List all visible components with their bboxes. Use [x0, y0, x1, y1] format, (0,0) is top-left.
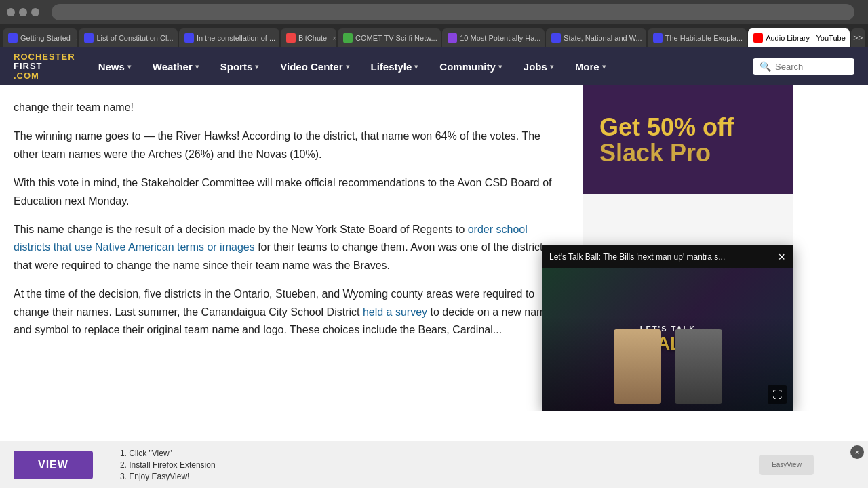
- article-paragraph-1: The winning name goes to — the River Haw…: [14, 127, 563, 163]
- tab-10most[interactable]: 10 Most Potentially Ha... ×: [442, 28, 545, 47]
- address-bar[interactable]: [52, 4, 854, 20]
- nav-arrow-more: ▾: [602, 63, 606, 70]
- tab-constellation[interactable]: In the constellation of ... ×: [179, 28, 279, 47]
- article-link-native-american[interactable]: order school districts that use Native A…: [14, 224, 528, 253]
- tab-bar: Getting Started × List of Constitution C…: [0, 24, 868, 47]
- article-paragraph-4: At the time of the decision, five distri…: [14, 285, 563, 339]
- search-icon: 🔍: [760, 61, 771, 72]
- video-close-button[interactable]: ×: [776, 251, 787, 263]
- nav-arrow-video-center: ▾: [346, 63, 349, 70]
- tab-label-bitchute: BitChute: [298, 34, 327, 42]
- close-window-btn[interactable]: [7, 8, 15, 16]
- logo-text: ROCHESTER FIRST .COM: [14, 52, 75, 81]
- video-hosts: [542, 316, 793, 411]
- ad-line2: Slack Pro: [599, 141, 711, 165]
- tab-bitchute[interactable]: BitChute ×: [281, 28, 336, 47]
- nav-item-news[interactable]: News ▾: [89, 57, 140, 77]
- host-left-figure: [614, 329, 661, 404]
- nav-item-video-center[interactable]: Video Center ▾: [271, 57, 358, 77]
- video-thumbnail[interactable]: LET'S TALK BALL ⛶: [542, 268, 793, 411]
- nav-arrow-sports: ▾: [255, 63, 258, 70]
- article-body: change their team name! The winning name…: [0, 85, 583, 411]
- video-expand-button[interactable]: ⛶: [768, 385, 787, 404]
- nav-arrow-jobs: ▾: [550, 63, 553, 70]
- nav-label-weather: Weather: [153, 61, 193, 73]
- tab-label-10most: 10 Most Potentially Ha...: [460, 34, 540, 42]
- tab-getting-started[interactable]: Getting Started ×: [3, 28, 77, 47]
- search-input[interactable]: [775, 62, 848, 72]
- nav-label-more: More: [575, 61, 599, 73]
- tab-favicon-10most: [448, 33, 457, 43]
- article-paragraph-0: change their team name!: [14, 99, 563, 117]
- main-content: change their team name! The winning name…: [0, 85, 868, 411]
- tab-close-bitchute[interactable]: ×: [332, 35, 336, 42]
- nav-label-news: News: [98, 61, 125, 73]
- nav-arrow-community: ▾: [498, 63, 502, 70]
- nav-item-jobs[interactable]: Jobs ▾: [514, 57, 563, 77]
- tab-favicon-constellation: [184, 33, 194, 43]
- tab-favicon-constitution: [84, 33, 94, 43]
- tab-favicon-habitable: [653, 33, 663, 43]
- tab-close-getting-started[interactable]: ×: [76, 35, 77, 42]
- tab-state-national[interactable]: State, National and W... ×: [546, 28, 646, 47]
- maximize-window-btn[interactable]: [31, 8, 39, 16]
- tab-audio-library[interactable]: Audio Library - YouTube ×: [748, 28, 849, 47]
- logo-line2: FIRST: [14, 62, 75, 71]
- host-right-figure: [675, 329, 722, 404]
- logo-highlight: .COM: [14, 71, 75, 81]
- nav-label-jobs: Jobs: [524, 61, 547, 73]
- tab-favicon-bitchute: [286, 33, 296, 43]
- tab-label-getting-started: Getting Started: [20, 34, 71, 42]
- nav-item-more[interactable]: More ▾: [566, 57, 615, 77]
- minimize-window-btn[interactable]: [19, 8, 27, 16]
- site-logo[interactable]: ROCHESTER FIRST .COM: [14, 52, 75, 81]
- nav-arrow-weather: ▾: [195, 63, 199, 70]
- video-player-float: Let's Talk Ball: The Bills 'next man up'…: [542, 245, 793, 411]
- nav-label-lifestyle: Lifestyle: [371, 61, 412, 73]
- tab-label-constellation: In the constellation of ...: [197, 34, 275, 42]
- nav-item-community[interactable]: Community ▾: [430, 57, 511, 77]
- nav-arrow-lifestyle: ▾: [414, 63, 418, 70]
- nav-label-video-center: Video Center: [280, 61, 342, 73]
- tab-constitution[interactable]: List of Constitution Cl... ×: [79, 28, 177, 47]
- nav-bar: ROCHESTER FIRST .COM News ▾ Weather ▾ Sp…: [0, 47, 868, 85]
- article-link-survey[interactable]: held a survey: [363, 306, 427, 318]
- tab-label-habitable: The Habitable Exopla...: [665, 34, 743, 42]
- article-paragraph-3: This name change is the result of a deci…: [14, 221, 563, 274]
- tabs-overflow-button[interactable]: >>: [851, 28, 865, 47]
- nav-item-weather[interactable]: Weather ▾: [143, 57, 208, 77]
- nav-arrow-news: ▾: [127, 63, 131, 70]
- search-box[interactable]: 🔍: [753, 58, 854, 75]
- tab-favicon-audio-library: [753, 33, 763, 43]
- tab-label-state-national: State, National and W...: [564, 34, 642, 42]
- article-paragraph-2: With this vote in mind, the Stakeholder …: [14, 174, 563, 210]
- tab-comet[interactable]: COMET TV Sci-fi Netw... ×: [338, 28, 441, 47]
- browser-top-bar: [0, 0, 868, 24]
- tab-favicon-comet: [343, 33, 353, 43]
- tab-habitable[interactable]: The Habitable Exopla... ×: [648, 28, 747, 47]
- video-player-header: Let's Talk Ball: The Bills 'next man up'…: [542, 245, 793, 268]
- nav-label-community: Community: [439, 61, 496, 73]
- logo-line1: ROCHESTER: [14, 52, 75, 62]
- tab-favicon-state-national: [551, 33, 561, 43]
- video-title: Let's Talk Ball: The Bills 'next man up'…: [549, 252, 771, 262]
- nav-item-lifestyle[interactable]: Lifestyle ▾: [361, 57, 428, 77]
- nav-links: News ▾ Weather ▾ Sports ▾ Video Center ▾…: [89, 57, 753, 77]
- tab-label-constitution: List of Constitution Cl...: [96, 34, 173, 42]
- tab-label-audio-library: Audio Library - YouTube: [766, 34, 846, 42]
- nav-item-sports[interactable]: Sports ▾: [211, 57, 269, 77]
- sidebar: Get 50% off Slack Pro Let's Talk Ball: T…: [583, 85, 793, 411]
- sidebar-ad: Get 50% off Slack Pro: [583, 85, 793, 194]
- overflow-label: >>: [853, 33, 863, 43]
- tab-label-comet: COMET TV Sci-fi Netw...: [355, 34, 437, 42]
- tab-favicon-getting-started: [8, 33, 18, 43]
- window-controls: [7, 8, 39, 16]
- ad-line1: Get 50% off: [599, 114, 734, 141]
- nav-label-sports: Sports: [220, 61, 253, 73]
